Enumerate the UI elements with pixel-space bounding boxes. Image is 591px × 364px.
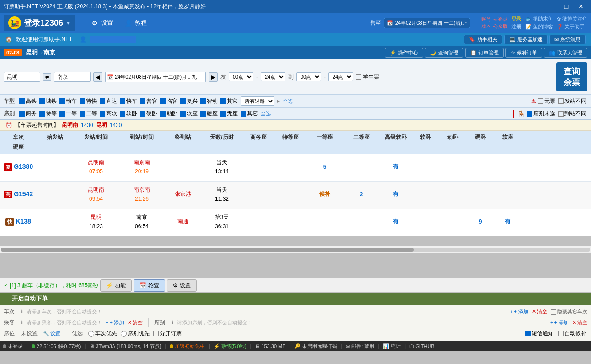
filter-ruwo[interactable]: 软卧: [120, 110, 137, 118]
filter-tekuai[interactable]: 特快: [80, 97, 97, 105]
highsoft-cell[interactable]: 有: [380, 189, 412, 199]
filter-wuzuo[interactable]: 无座: [220, 110, 238, 118]
message-btn[interactable]: ✉ 系统消息: [549, 35, 586, 44]
function-tab[interactable]: ⚡ 功能: [100, 279, 132, 292]
filter-chengtiee[interactable]: 城铁: [39, 97, 57, 105]
add-passenger-button[interactable]: + + 添加: [106, 319, 124, 326]
register-link[interactable]: 注册: [511, 23, 521, 30]
train-row[interactable]: 高 G1542 昆明南 09:54 南京南 21:26 张家港 当天 11:: [0, 182, 591, 209]
first-class-cell[interactable]: 5: [306, 163, 343, 171]
filter-dongwo[interactable]: 动卧: [160, 110, 177, 118]
supplement-btn[interactable]: ☆ 候补订单: [505, 48, 542, 58]
add-seat-button[interactable]: + + 添加: [550, 319, 569, 326]
settings-button[interactable]: ⚙ 设置: [86, 16, 117, 29]
add-train-button[interactable]: + + 添加: [510, 308, 528, 315]
train-row[interactable]: 快 K138 昆明 18:23 南京 06:54 南通 第3天 36:31: [0, 209, 591, 236]
filter-diff-arrive[interactable]: 到站不同: [558, 110, 586, 118]
schedule-tab[interactable]: 📅 轮查: [134, 279, 165, 292]
filter-seat-qita[interactable]: 其它: [241, 110, 258, 118]
second-class-cell[interactable]: 2: [343, 190, 380, 198]
highsoft-cell[interactable]: 有: [380, 217, 412, 226]
stats-item[interactable]: 📊 统计: [383, 343, 401, 350]
prev-date-button[interactable]: ◀: [93, 72, 102, 82]
arrive-to-select[interactable]: 24点: [328, 72, 353, 81]
assistant-btn[interactable]: 🔖 助手相关: [464, 35, 502, 44]
weibo-link[interactable]: ✿ 微博关注鱼: [557, 16, 587, 22]
donate-link[interactable]: 🐟 捐助木鱼: [525, 16, 553, 22]
from-station-input[interactable]: [4, 72, 40, 82]
filter-shangwu[interactable]: 商务: [19, 110, 37, 118]
about-link[interactable]: ❓ 关于助手: [557, 23, 587, 30]
filter-diff-depart[interactable]: 发站不同: [558, 97, 586, 105]
close-button[interactable]: ✕: [575, 2, 587, 11]
filter-zhidong[interactable]: 智动: [200, 97, 218, 105]
blog-link[interactable]: 📝 鱼的博客: [525, 23, 553, 30]
filter-seat-not-selected[interactable]: 席别未选: [527, 110, 555, 118]
filter-erdeng[interactable]: 二等: [80, 110, 97, 118]
highsoft-cell[interactable]: 有: [380, 162, 412, 171]
server-btn[interactable]: 💻 服务器加速: [504, 35, 548, 44]
filter-gaotie[interactable]: 高铁: [19, 97, 37, 105]
select-all-seats[interactable]: 全选: [261, 110, 271, 117]
filter-puke[interactable]: 普客: [140, 97, 157, 105]
softseat-cell[interactable]: 有: [494, 217, 521, 226]
login-button[interactable]: 🚂 登录12306 ▼: [4, 15, 75, 31]
train-priority-radio[interactable]: 车次优先: [88, 330, 117, 337]
time-from-select[interactable]: 00点: [229, 72, 253, 81]
maximize-button[interactable]: □: [560, 2, 573, 11]
sale-date-selector[interactable]: 📅 24年02月08日星期四 十二(腊)↓↑: [384, 18, 470, 28]
swap-station-button[interactable]: ⇌: [43, 73, 51, 81]
minimize-button[interactable]: —: [545, 2, 558, 11]
student-ticket-checkbox[interactable]: 学生票: [356, 73, 379, 81]
auto-order-toggle[interactable]: 开启自动下单: [4, 294, 48, 303]
filter-yingwo[interactable]: 硬卧: [140, 110, 157, 118]
clear-train-button[interactable]: ✕ 清空: [532, 308, 547, 315]
filter-yingzuo[interactable]: 硬座: [200, 110, 218, 118]
order-mgr-btn[interactable]: 📋 订单管理: [465, 48, 504, 58]
operations-btn[interactable]: ⚡ 操作中心: [385, 48, 423, 58]
separate-order-check[interactable]: 分开订票: [153, 330, 182, 337]
clear-seat-button[interactable]: ✕ 清空: [572, 319, 587, 326]
kunming-time[interactable]: 1430: [110, 122, 122, 128]
filter-tedeng[interactable]: 特等: [39, 110, 57, 118]
seat-priority-input[interactable]: [121, 331, 127, 337]
filter-kuaiche[interactable]: 快车: [120, 97, 137, 105]
route-type-select[interactable]: 所有过路: [241, 96, 274, 106]
position-settings-button[interactable]: 🔧 设置: [43, 330, 60, 337]
logo-dropdown[interactable]: ▼: [66, 21, 70, 26]
time-to-select[interactable]: 24点: [261, 72, 285, 81]
query-mgr-btn[interactable]: 🌙 查询管理: [425, 48, 463, 58]
sms-notify-check[interactable]: 短信通知: [525, 330, 553, 337]
horizontal-scrollbar[interactable]: [0, 246, 591, 253]
filter-no-ticket[interactable]: 无票: [538, 97, 555, 105]
arrive-time: 21:26: [121, 195, 163, 203]
kunming-nan-time[interactable]: 1430: [81, 122, 93, 128]
next-date-button[interactable]: ▶: [209, 72, 218, 82]
auto-supplement-check[interactable]: 自动候补: [558, 330, 586, 337]
filter-yideng[interactable]: 一等: [59, 110, 77, 118]
date-picker[interactable]: 📅 24年02月08日星期四 十二(腊)月廿九: [105, 72, 206, 82]
to-station-input[interactable]: [54, 72, 91, 82]
first-class-cell[interactable]: 候补: [306, 189, 343, 199]
clear-passenger-button[interactable]: ✕ 清空: [128, 319, 143, 326]
filter-linke[interactable]: 临客: [160, 97, 177, 105]
settings-tab[interactable]: ⚙ 设置: [167, 279, 197, 292]
train-priority-input[interactable]: [88, 331, 94, 337]
hide-others-toggle[interactable]: 隐藏其它车次: [551, 308, 587, 315]
seat-priority-radio[interactable]: 席别优先: [121, 330, 150, 337]
select-all-train-types[interactable]: 全选: [283, 98, 293, 105]
filter-ruzuo[interactable]: 软座: [180, 110, 198, 118]
filter-gaoru[interactable]: 高软: [100, 110, 117, 118]
tutorial-button[interactable]: 👤 教程: [120, 16, 150, 29]
filter-zhida[interactable]: 直达: [100, 97, 117, 105]
filter-fuxing[interactable]: 复兴: [180, 97, 198, 105]
arrive-from-select[interactable]: 00点: [296, 72, 321, 81]
contacts-btn[interactable]: 👥 联系人管理: [544, 48, 587, 58]
login-link[interactable]: 登录: [511, 16, 521, 22]
github-item[interactable]: ⬡ GITHUB: [409, 343, 435, 349]
search-button[interactable]: 查询 余票: [556, 62, 587, 91]
filter-dongche[interactable]: 动车: [59, 97, 77, 105]
hard-cell[interactable]: 9: [467, 218, 494, 226]
train-row[interactable]: 复 G1380 昆明南 07:05 南京南 20:19 当天 13:14: [0, 154, 591, 182]
filter-qita[interactable]: 其它: [220, 97, 238, 105]
